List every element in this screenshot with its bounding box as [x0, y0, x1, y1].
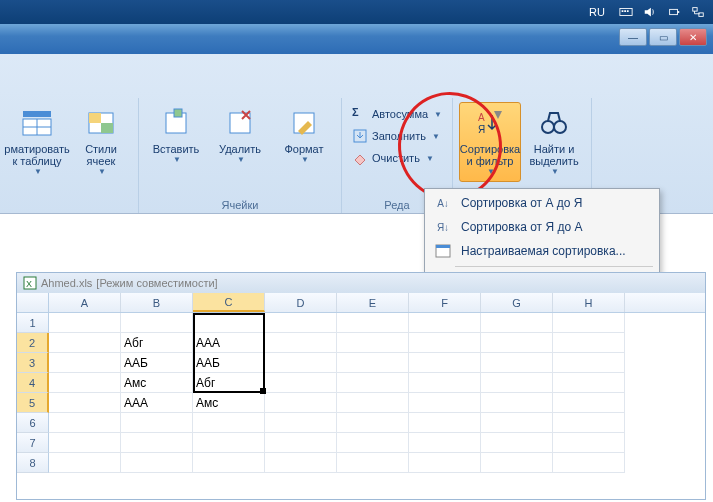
cell[interactable] — [121, 313, 193, 333]
row-header[interactable]: 3 — [17, 353, 49, 373]
cell[interactable] — [481, 393, 553, 413]
cell[interactable] — [265, 413, 337, 433]
cell[interactable] — [265, 453, 337, 473]
row-header[interactable]: 1 — [17, 313, 49, 333]
cell[interactable] — [481, 413, 553, 433]
cell[interactable] — [49, 393, 121, 413]
cell[interactable] — [409, 453, 481, 473]
cell[interactable] — [49, 353, 121, 373]
cell[interactable] — [193, 453, 265, 473]
cell[interactable] — [193, 433, 265, 453]
row-header[interactable]: 6 — [17, 413, 49, 433]
clear-button[interactable]: Очистить ▼ — [348, 148, 446, 168]
cell[interactable] — [193, 413, 265, 433]
cell[interactable] — [553, 393, 625, 413]
col-header[interactable]: C — [193, 293, 265, 312]
select-all-corner[interactable] — [17, 293, 49, 312]
cell[interactable] — [49, 373, 121, 393]
cell[interactable] — [481, 333, 553, 353]
menu-sort-az[interactable]: А↓ Сортировка от А до Я — [427, 191, 657, 215]
cell[interactable] — [121, 433, 193, 453]
autosum-button[interactable]: Σ Автосумма ▼ — [348, 104, 446, 124]
cell[interactable] — [337, 353, 409, 373]
cell[interactable] — [49, 333, 121, 353]
row-header[interactable]: 5 — [17, 393, 49, 413]
cell[interactable] — [481, 313, 553, 333]
cell[interactable] — [481, 453, 553, 473]
workbook-titlebar[interactable]: X Ahmed.xls [Режим совместимости] — [17, 273, 705, 293]
menu-custom-sort[interactable]: Настраиваемая сортировка... — [427, 239, 657, 263]
cell[interactable]: ААБ — [193, 353, 265, 373]
cell[interactable] — [409, 373, 481, 393]
col-header[interactable]: B — [121, 293, 193, 312]
cell[interactable] — [337, 393, 409, 413]
cell[interactable] — [265, 393, 337, 413]
cell[interactable]: Абг — [121, 333, 193, 353]
fill-button[interactable]: Заполнить ▼ — [348, 126, 446, 146]
col-header[interactable]: G — [481, 293, 553, 312]
delete-button[interactable]: Удалить ▼ — [209, 102, 271, 182]
cell[interactable] — [553, 353, 625, 373]
cell[interactable] — [409, 333, 481, 353]
cell[interactable]: Абг — [193, 373, 265, 393]
cell[interactable] — [409, 393, 481, 413]
cell[interactable]: Амс — [121, 373, 193, 393]
format-button[interactable]: Формат ▼ — [273, 102, 335, 182]
cell[interactable] — [337, 313, 409, 333]
cell[interactable] — [337, 333, 409, 353]
cell[interactable] — [481, 433, 553, 453]
cell[interactable] — [553, 333, 625, 353]
cell-styles-button[interactable]: Стили ячеек ▼ — [70, 102, 132, 182]
row-header[interactable]: 2 — [17, 333, 49, 353]
cell[interactable] — [265, 313, 337, 333]
row-header[interactable]: 4 — [17, 373, 49, 393]
col-header[interactable]: E — [337, 293, 409, 312]
cell[interactable] — [337, 373, 409, 393]
minimize-button[interactable]: — — [619, 28, 647, 46]
cell[interactable] — [553, 313, 625, 333]
row-header[interactable]: 7 — [17, 433, 49, 453]
col-header[interactable]: D — [265, 293, 337, 312]
close-button[interactable]: ✕ — [679, 28, 707, 46]
cell[interactable] — [409, 353, 481, 373]
col-header[interactable]: A — [49, 293, 121, 312]
cell[interactable] — [553, 433, 625, 453]
cell[interactable] — [265, 353, 337, 373]
cell[interactable] — [409, 433, 481, 453]
cell[interactable] — [49, 433, 121, 453]
row-header[interactable]: 8 — [17, 453, 49, 473]
cell[interactable] — [193, 313, 265, 333]
cell[interactable] — [553, 373, 625, 393]
col-header[interactable]: F — [409, 293, 481, 312]
menu-sort-za[interactable]: Я↓ Сортировка от Я до А — [427, 215, 657, 239]
sort-filter-button[interactable]: АЯ Сортировка и фильтр ▼ — [459, 102, 521, 182]
cell[interactable] — [49, 413, 121, 433]
insert-button[interactable]: Вставить ▼ — [145, 102, 207, 182]
cell[interactable] — [265, 433, 337, 453]
cell[interactable] — [553, 413, 625, 433]
cell[interactable]: ААА — [121, 393, 193, 413]
cell[interactable] — [49, 453, 121, 473]
network-icon[interactable] — [691, 5, 705, 19]
find-select-button[interactable]: Найти и выделить ▼ — [523, 102, 585, 182]
cell[interactable]: ААА — [193, 333, 265, 353]
cell[interactable] — [409, 313, 481, 333]
volume-icon[interactable] — [643, 5, 657, 19]
cell[interactable] — [265, 373, 337, 393]
cell[interactable]: ААБ — [121, 353, 193, 373]
cell[interactable] — [337, 433, 409, 453]
power-icon[interactable] — [667, 5, 681, 19]
col-header[interactable]: H — [553, 293, 625, 312]
format-as-table-button[interactable]: рматировать к таблицу ▼ — [6, 102, 68, 182]
cell[interactable] — [265, 333, 337, 353]
language-indicator[interactable]: RU — [585, 4, 609, 20]
cell[interactable]: Амс — [193, 393, 265, 413]
cell[interactable] — [553, 453, 625, 473]
cell[interactable] — [121, 453, 193, 473]
maximize-button[interactable]: ▭ — [649, 28, 677, 46]
cell[interactable] — [121, 413, 193, 433]
cell[interactable] — [49, 313, 121, 333]
cell[interactable] — [337, 453, 409, 473]
keyboard-icon[interactable] — [619, 5, 633, 19]
cell[interactable] — [337, 413, 409, 433]
